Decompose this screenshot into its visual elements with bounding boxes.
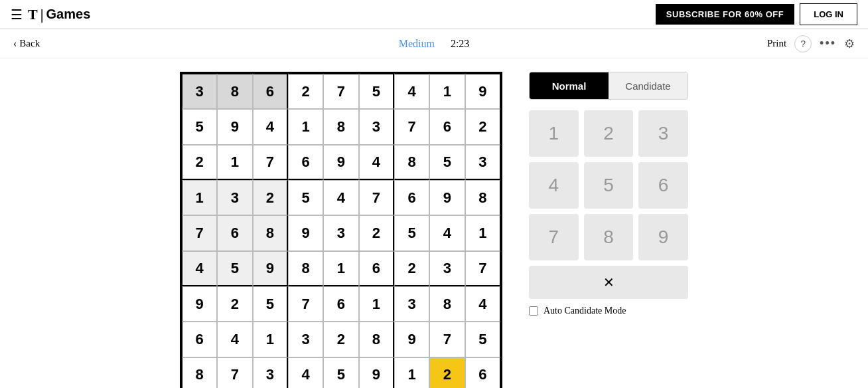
sudoku-cell[interactable]: 4: [253, 109, 288, 144]
delete-button[interactable]: ✕: [529, 266, 688, 299]
sudoku-cell[interactable]: 8: [253, 215, 288, 250]
sudoku-cell[interactable]: 3: [182, 74, 217, 109]
sudoku-cell[interactable]: 7: [465, 251, 500, 286]
sudoku-cell[interactable]: 4: [217, 322, 252, 357]
sudoku-cell[interactable]: 9: [288, 215, 323, 250]
sudoku-cell[interactable]: 9: [182, 286, 217, 322]
sudoku-cell[interactable]: 5: [465, 322, 500, 357]
sudoku-cell[interactable]: 1: [288, 109, 323, 144]
sudoku-cell[interactable]: 8: [323, 109, 358, 144]
sudoku-cell[interactable]: 8: [288, 251, 323, 286]
sudoku-cell[interactable]: 5: [394, 215, 429, 250]
sudoku-cell[interactable]: 2: [429, 357, 465, 388]
num-button-9[interactable]: 9: [638, 214, 688, 260]
help-button[interactable]: ?: [794, 35, 812, 52]
num-button-8[interactable]: 8: [584, 214, 634, 260]
subscribe-button[interactable]: SUBSCRIBE FOR 60% OFF: [656, 4, 794, 25]
sudoku-cell[interactable]: 4: [323, 180, 358, 215]
sudoku-cell[interactable]: 3: [323, 215, 358, 250]
sudoku-cell[interactable]: 9: [323, 145, 358, 180]
sudoku-cell[interactable]: 4: [359, 145, 394, 180]
sudoku-cell[interactable]: 4: [288, 357, 323, 388]
sudoku-cell[interactable]: 7: [182, 215, 217, 250]
num-button-5[interactable]: 5: [584, 162, 634, 209]
num-button-3[interactable]: 3: [638, 110, 688, 157]
sudoku-cell[interactable]: 9: [394, 322, 429, 357]
candidate-mode-button[interactable]: Candidate: [609, 72, 687, 99]
sudoku-cell[interactable]: 5: [253, 286, 288, 322]
sudoku-cell[interactable]: 5: [217, 251, 252, 286]
sudoku-cell[interactable]: 8: [394, 145, 429, 180]
sudoku-cell[interactable]: 9: [217, 109, 252, 144]
sudoku-cell[interactable]: 5: [359, 74, 394, 109]
auto-candidate-checkbox[interactable]: [529, 306, 538, 316]
sudoku-cell[interactable]: 5: [323, 357, 358, 388]
sudoku-cell[interactable]: 2: [253, 180, 288, 215]
sudoku-cell[interactable]: 6: [182, 322, 217, 357]
sudoku-cell[interactable]: 7: [217, 357, 252, 388]
more-button[interactable]: •••: [820, 37, 836, 50]
num-button-7[interactable]: 7: [529, 214, 579, 260]
num-button-1[interactable]: 1: [529, 110, 579, 157]
sudoku-cell[interactable]: 8: [465, 180, 500, 215]
sudoku-cell[interactable]: 9: [465, 74, 500, 109]
sudoku-cell[interactable]: 1: [182, 180, 217, 215]
sudoku-cell[interactable]: 6: [429, 109, 465, 144]
sudoku-cell[interactable]: 2: [323, 322, 358, 357]
sudoku-cell[interactable]: 6: [323, 286, 358, 322]
sudoku-cell[interactable]: 6: [394, 180, 429, 215]
sudoku-cell[interactable]: 9: [253, 251, 288, 286]
back-button[interactable]: ‹ Back: [13, 38, 40, 50]
sudoku-cell[interactable]: 7: [359, 180, 394, 215]
sudoku-cell[interactable]: 8: [182, 357, 217, 388]
num-button-6[interactable]: 6: [638, 162, 688, 209]
num-button-2[interactable]: 2: [584, 110, 634, 157]
sudoku-cell[interactable]: 3: [359, 109, 394, 144]
sudoku-cell[interactable]: 7: [429, 322, 465, 357]
sudoku-cell[interactable]: 6: [217, 215, 252, 250]
sudoku-cell[interactable]: 7: [253, 145, 288, 180]
sudoku-cell[interactable]: 3: [394, 286, 429, 322]
sudoku-cell[interactable]: 2: [359, 215, 394, 250]
auto-candidate-label[interactable]: Auto Candidate Mode: [529, 306, 688, 316]
sudoku-cell[interactable]: 1: [394, 357, 429, 388]
sudoku-cell[interactable]: 1: [429, 74, 465, 109]
sudoku-cell[interactable]: 2: [182, 145, 217, 180]
sudoku-cell[interactable]: 9: [429, 180, 465, 215]
sudoku-cell[interactable]: 8: [359, 322, 394, 357]
sudoku-cell[interactable]: 7: [288, 286, 323, 322]
sudoku-cell[interactable]: 2: [288, 74, 323, 109]
sudoku-cell[interactable]: 1: [217, 145, 252, 180]
hamburger-icon[interactable]: ☰: [11, 7, 23, 23]
sudoku-cell[interactable]: 1: [465, 215, 500, 250]
sudoku-cell[interactable]: 6: [288, 145, 323, 180]
sudoku-cell[interactable]: 3: [288, 322, 323, 357]
print-button[interactable]: Print: [767, 38, 786, 49]
sudoku-cell[interactable]: 1: [323, 251, 358, 286]
num-button-4[interactable]: 4: [529, 162, 579, 209]
sudoku-cell[interactable]: 4: [394, 74, 429, 109]
settings-button[interactable]: ⚙: [844, 37, 855, 51]
sudoku-cell[interactable]: 5: [288, 180, 323, 215]
sudoku-cell[interactable]: 2: [217, 286, 252, 322]
sudoku-cell[interactable]: 6: [253, 74, 288, 109]
sudoku-cell[interactable]: 4: [429, 215, 465, 250]
sudoku-cell[interactable]: 3: [429, 251, 465, 286]
sudoku-cell[interactable]: 3: [217, 180, 252, 215]
sudoku-cell[interactable]: 8: [429, 286, 465, 322]
sudoku-cell[interactable]: 6: [465, 357, 500, 388]
sudoku-cell[interactable]: 9: [359, 357, 394, 388]
sudoku-cell[interactable]: 2: [465, 109, 500, 144]
sudoku-cell[interactable]: 5: [182, 109, 217, 144]
sudoku-cell[interactable]: 6: [359, 251, 394, 286]
sudoku-cell[interactable]: 7: [323, 74, 358, 109]
sudoku-cell[interactable]: 1: [253, 322, 288, 357]
sudoku-cell[interactable]: 5: [429, 145, 465, 180]
sudoku-cell[interactable]: 3: [465, 145, 500, 180]
sudoku-cell[interactable]: 8: [217, 74, 252, 109]
login-button[interactable]: LOG IN: [800, 3, 857, 25]
sudoku-cell[interactable]: 4: [182, 251, 217, 286]
normal-mode-button[interactable]: Normal: [530, 72, 609, 99]
sudoku-cell[interactable]: 4: [465, 286, 500, 322]
sudoku-cell[interactable]: 1: [359, 286, 394, 322]
